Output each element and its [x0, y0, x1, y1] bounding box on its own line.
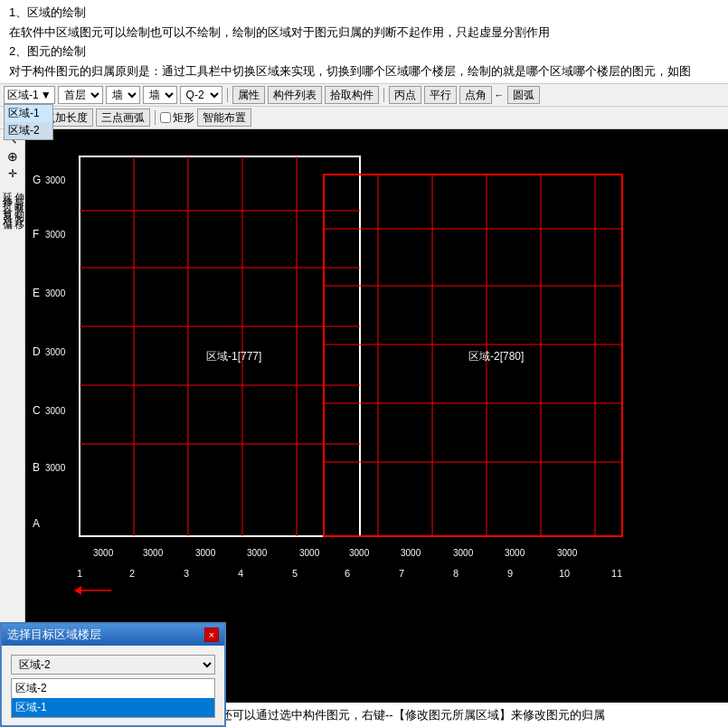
divider1 — [227, 88, 228, 102]
x-axis-9: 9 — [507, 568, 513, 579]
list-btn[interactable]: 构件列表 — [268, 86, 322, 104]
type1-select[interactable]: 墙 — [106, 86, 140, 104]
x-axis-1: 1 — [77, 568, 82, 579]
dialog-list-item-2[interactable]: 区域-1 — [12, 698, 214, 717]
region-option-1[interactable]: 区域-1 — [5, 105, 52, 122]
section1-title: 1、区域的绘制 — [9, 4, 719, 22]
x-axis-6: 6 — [345, 568, 350, 579]
y-num-F: 3000 — [45, 230, 66, 240]
two-points-btn[interactable]: 丙点 — [389, 86, 421, 104]
circle-btn[interactable]: 圆弧 — [507, 86, 540, 104]
dialog: 选择目标区域楼层 × 区域-2 区域-1 区域-2 区域-1 — [0, 622, 226, 727]
parallel-btn[interactable]: 平行 — [424, 86, 457, 104]
dialog-listbox: 区域-2 区域-1 — [11, 678, 215, 718]
y-num-B: 3000 — [45, 463, 66, 473]
corner-btn[interactable]: 点角 — [459, 86, 492, 104]
dialog-titlebar: 选择目标区域楼层 × — [2, 624, 224, 646]
x-num-2: 3000 — [143, 548, 164, 558]
code-select[interactable]: Q-2 — [180, 86, 222, 104]
dialog-list-item-1[interactable]: 区域-2 — [12, 679, 214, 698]
property-btn[interactable]: 属性 — [232, 86, 265, 104]
floor-select[interactable]: 首层 — [58, 86, 103, 104]
zoom-icon[interactable]: ⊕ — [3, 148, 23, 165]
x-num-10: 3000 — [557, 548, 578, 558]
dialog-select-wrap: 区域-2 区域-1 — [11, 655, 215, 675]
x-axis-2: 2 — [129, 568, 135, 579]
y-label-C: C — [33, 404, 41, 417]
y-label-E: E — [33, 287, 40, 299]
break-tool[interactable]: 打断 — [2, 192, 24, 195]
three-arc-btn[interactable]: 三点画弧 — [96, 109, 150, 127]
x-arrow-left — [74, 586, 81, 595]
toolbar-row2: 直线 点加长度 三点画弧 矩形 智能布置 — [0, 107, 728, 129]
section2-title: 2、图元的绘制 — [9, 42, 719, 61]
x-num-7: 3000 — [401, 548, 421, 558]
x-num-3: 3000 — [195, 548, 216, 558]
rect-checkbox[interactable] — [160, 112, 171, 123]
toolbar-row1: 区域-1 ▼ 区域-1 区域-2 首层 墙 墙 Q-2 属性 构件列表 拾取构件… — [0, 83, 728, 107]
move-icon[interactable]: ✛ — [3, 165, 23, 182]
x-axis-4: 4 — [238, 568, 243, 579]
y-label-D: D — [33, 345, 41, 358]
divider3 — [155, 110, 156, 125]
section1-body: 在软件中区域图元可以绘制也可以不绘制，绘制的区域对于图元归属的判断不起作用，只起… — [9, 24, 719, 42]
x-num-8: 3000 — [453, 548, 474, 558]
dialog-close-btn[interactable]: × — [204, 628, 219, 642]
x-axis-10: 10 — [559, 568, 570, 579]
divider2 — [383, 88, 384, 102]
x-axis-3: 3 — [184, 568, 189, 579]
page-container: 1、区域的绘制 在软件中区域图元可以绘制也可以不绘制，绘制的区域对于图元归属的判… — [0, 0, 728, 727]
y-label-A: A — [33, 517, 40, 530]
align-tool[interactable]: 对齐 — [2, 205, 24, 209]
section2-body: 对于构件图元的归属原则是：通过工具栏中切换区域来实现，切换到哪个区域哪个楼层，绘… — [9, 62, 719, 80]
cad-canvas-area[interactable]: G 3000 F 3000 E 3000 D 3000 C 3000 B 300… — [25, 129, 728, 703]
y-label-G: G — [33, 174, 41, 186]
dialog-title: 选择目标区域楼层 — [7, 627, 101, 643]
region-selected-label: 区域-1 — [7, 88, 39, 103]
y-num-E: 3000 — [45, 288, 66, 298]
region1-label: 区域-1[777] — [206, 350, 261, 363]
x-num-4: 3000 — [247, 548, 268, 558]
rect-label: 矩形 — [173, 110, 194, 126]
left-toolbar: ↖ ⊕ ✛ 延伸 修剪 打断 合并 复制 对齐 偏移 — [0, 129, 25, 703]
x-axis-5: 5 — [292, 568, 298, 579]
offset-tool[interactable]: 偏移 — [2, 210, 24, 213]
intro-section: 1、区域的绘制 在软件中区域图元可以绘制也可以不绘制，绘制的区域对于图元归属的判… — [0, 0, 728, 83]
y-num-C: 3000 — [45, 406, 66, 416]
y-num-D: 3000 — [45, 347, 66, 357]
y-num-G: 3000 — [45, 175, 66, 185]
trim-tool[interactable]: 修剪 — [2, 187, 24, 191]
type2-select[interactable]: 墙 — [143, 86, 177, 104]
y-label-B: B — [33, 461, 40, 474]
region2-label: 区域-2[780] — [468, 350, 524, 363]
region-dropdown[interactable]: 区域-1 ▼ 区域-1 区域-2 — [4, 86, 55, 104]
smart-btn[interactable]: 智能布置 — [197, 109, 251, 127]
region1-outer-rect — [80, 156, 360, 536]
main-area: ↖ ⊕ ✛ 延伸 修剪 打断 合并 复制 对齐 偏移 G 3000 F 3000… — [0, 129, 728, 703]
x-num-1: 3000 — [93, 548, 114, 558]
dialog-region-select[interactable]: 区域-2 区域-1 — [11, 655, 215, 675]
angle-icon: ← — [495, 90, 505, 100]
region-dropdown-list: 区域-1 区域-2 — [4, 104, 53, 140]
region-dropdown-btn[interactable]: 区域-1 ▼ — [4, 86, 55, 104]
chevron-down-icon: ▼ — [41, 89, 52, 101]
x-axis-8: 8 — [453, 568, 459, 579]
extend-tool[interactable]: 延伸 — [2, 183, 24, 186]
x-axis-7: 7 — [399, 568, 404, 579]
x-num-6: 3000 — [349, 548, 370, 558]
x-num-9: 3000 — [505, 548, 525, 558]
rect-checkbox-label[interactable]: 矩形 — [160, 110, 194, 126]
merge-tool[interactable]: 合并 — [2, 196, 24, 200]
dialog-body: 区域-2 区域-1 区域-2 区域-1 — [2, 646, 224, 725]
y-label-F: F — [33, 228, 39, 241]
x-axis-11: 11 — [611, 568, 622, 579]
x-num-5: 3000 — [299, 548, 320, 558]
region-option-2[interactable]: 区域-2 — [5, 122, 52, 139]
cad-svg: G 3000 F 3000 E 3000 D 3000 C 3000 B 300… — [25, 129, 728, 703]
copy-tool[interactable]: 复制 — [2, 201, 24, 204]
pick-btn[interactable]: 拾取构件 — [325, 86, 379, 104]
